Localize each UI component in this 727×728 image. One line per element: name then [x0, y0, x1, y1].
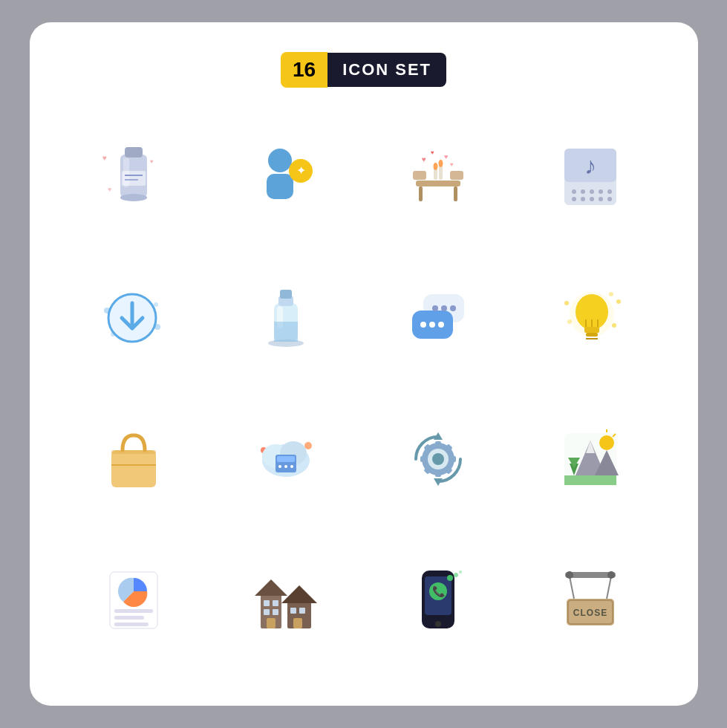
svg-point-88 — [290, 465, 293, 468]
svg-rect-77 — [111, 450, 156, 454]
svg-rect-16 — [454, 186, 457, 201]
svg-point-45 — [154, 302, 158, 307]
svg-rect-18 — [450, 171, 463, 180]
svg-point-69 — [564, 301, 569, 305]
svg-line-143 — [607, 576, 611, 599]
icon-dining-table: ♥ ♥ ♥ ♥ — [379, 117, 498, 236]
svg-point-33 — [599, 189, 603, 194]
svg-text:✦: ✦ — [296, 164, 305, 177]
svg-rect-115 — [114, 609, 153, 613]
svg-point-135 — [447, 575, 453, 581]
icon-gear-cycle — [379, 400, 498, 519]
svg-text:♥: ♥ — [431, 149, 434, 156]
icon-music-card: ♪ — [531, 117, 650, 236]
svg-rect-124 — [264, 609, 270, 615]
svg-point-42 — [104, 308, 110, 313]
icon-cream-tube: ♥ ♥ ♥ — [74, 117, 193, 236]
main-card: 16 ICON SET ♥ ♥ ♥ — [30, 22, 698, 706]
svg-rect-4 — [125, 147, 143, 157]
svg-rect-122 — [264, 600, 270, 606]
icon-person-star: ✦ — [226, 117, 345, 236]
svg-rect-14 — [416, 181, 460, 186]
svg-text:♪: ♪ — [584, 152, 596, 179]
icon-idea-bulb — [531, 259, 650, 377]
svg-marker-121 — [281, 585, 317, 603]
svg-point-103 — [599, 435, 614, 450]
svg-point-70 — [616, 299, 621, 304]
icon-report-chart — [74, 541, 193, 660]
svg-text:📞: 📞 — [431, 585, 445, 598]
svg-rect-96 — [450, 456, 456, 462]
svg-point-10 — [268, 149, 292, 172]
svg-point-31 — [581, 189, 585, 194]
icon-house — [226, 541, 345, 660]
svg-point-136 — [454, 573, 458, 577]
svg-point-38 — [599, 197, 603, 201]
svg-rect-11 — [267, 174, 293, 199]
svg-text:♥: ♥ — [450, 161, 454, 168]
icon-count-badge: 16 — [281, 52, 327, 88]
svg-line-142 — [570, 576, 574, 599]
svg-rect-125 — [273, 609, 278, 615]
svg-text:♥: ♥ — [102, 154, 107, 162]
icons-grid: ♥ ♥ ♥ — [74, 117, 653, 660]
svg-text:♥: ♥ — [422, 155, 426, 163]
svg-point-72 — [609, 292, 613, 296]
svg-point-59 — [420, 322, 426, 328]
svg-rect-64 — [584, 327, 599, 333]
svg-point-61 — [438, 322, 444, 328]
svg-point-87 — [284, 465, 287, 468]
svg-rect-17 — [413, 171, 426, 180]
svg-rect-128 — [299, 608, 305, 614]
svg-point-21 — [433, 163, 437, 170]
svg-point-73 — [567, 319, 572, 324]
svg-rect-94 — [435, 471, 441, 477]
svg-point-35 — [572, 197, 576, 201]
svg-text:CLOSE: CLOSE — [573, 608, 607, 618]
svg-point-145 — [566, 571, 573, 579]
svg-point-37 — [590, 197, 594, 201]
svg-rect-15 — [419, 186, 423, 201]
svg-rect-65 — [586, 333, 598, 337]
icon-set-title: ICON SET — [327, 53, 446, 87]
svg-rect-51 — [274, 322, 298, 342]
icon-download-arrow — [74, 259, 193, 377]
icon-water-bottle — [226, 259, 345, 377]
svg-point-71 — [612, 323, 616, 328]
svg-point-137 — [459, 571, 462, 573]
svg-point-146 — [607, 571, 615, 579]
svg-rect-93 — [435, 441, 441, 447]
svg-point-36 — [581, 197, 585, 201]
svg-point-39 — [607, 197, 612, 201]
svg-rect-117 — [114, 623, 149, 626]
svg-rect-48 — [280, 290, 292, 299]
svg-rect-123 — [273, 600, 278, 606]
svg-point-86 — [278, 465, 281, 468]
svg-text:♥: ♥ — [444, 153, 448, 160]
icon-cloud-calculator — [226, 400, 345, 519]
svg-rect-129 — [293, 618, 302, 628]
svg-point-9 — [120, 194, 147, 201]
icon-close-sign: CLOSE — [531, 541, 650, 660]
svg-point-79 — [304, 442, 312, 449]
svg-point-57 — [441, 305, 447, 311]
svg-text:♥: ♥ — [108, 186, 111, 193]
svg-point-60 — [429, 322, 435, 328]
svg-marker-55 — [417, 339, 425, 348]
svg-rect-116 — [114, 616, 144, 620]
header: 16 ICON SET — [281, 52, 446, 88]
svg-rect-126 — [267, 618, 276, 628]
svg-rect-127 — [290, 608, 296, 614]
svg-text:♥: ♥ — [150, 158, 154, 165]
svg-point-101 — [432, 453, 444, 465]
icon-chat-bubbles — [379, 259, 498, 377]
icon-phone-call: 📞 — [379, 541, 498, 660]
svg-point-34 — [607, 189, 612, 194]
svg-rect-6 — [122, 171, 146, 186]
svg-point-43 — [154, 324, 160, 330]
svg-point-132 — [435, 621, 441, 627]
svg-rect-112 — [564, 475, 616, 485]
svg-rect-85 — [277, 456, 295, 462]
svg-rect-75 — [111, 450, 156, 487]
svg-point-30 — [572, 189, 576, 194]
